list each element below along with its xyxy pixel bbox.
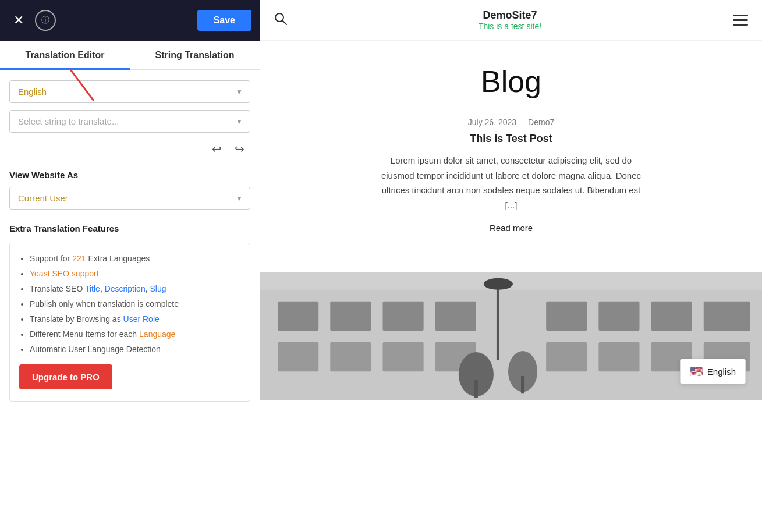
post-author: Demo7 xyxy=(528,118,554,127)
left-panel: ✕ ⓘ Save Translation Editor String Trans… xyxy=(0,0,260,532)
feature-highlight: Slug xyxy=(150,284,166,293)
blog-title: Blog xyxy=(481,64,541,99)
top-bar: ✕ ⓘ Save xyxy=(0,0,260,41)
svg-rect-5 xyxy=(278,302,318,331)
feature-text: Translate by Browsing as xyxy=(30,314,123,324)
svg-point-22 xyxy=(484,278,513,290)
svg-rect-14 xyxy=(330,342,371,371)
post-title: This is Test Post xyxy=(470,133,552,145)
view-as-dropdown-value: Current User xyxy=(18,193,68,203)
svg-rect-6 xyxy=(330,302,371,331)
svg-rect-7 xyxy=(382,302,423,331)
view-as-dropdown[interactable]: Current User ▼ xyxy=(9,187,250,210)
svg-rect-8 xyxy=(435,302,476,331)
svg-rect-24 xyxy=(474,380,478,398)
upgrade-button[interactable]: Upgrade to PRO xyxy=(19,364,112,389)
feature-highlight: User Role xyxy=(123,314,160,324)
site-title-wrap: DemoSite7 This is a test site! xyxy=(296,9,724,31)
svg-rect-26 xyxy=(521,376,524,393)
tab-translation-editor[interactable]: Translation Editor xyxy=(0,41,130,69)
svg-line-2 xyxy=(283,20,287,24)
site-subtitle: This is a test site! xyxy=(296,22,724,31)
string-select-dropdown[interactable]: Select string to translate... ▼ xyxy=(9,110,250,133)
svg-rect-11 xyxy=(651,302,692,331)
svg-rect-17 xyxy=(546,342,587,371)
language-badge-label: English xyxy=(707,367,736,377)
string-dropdown-arrow-icon: ▼ xyxy=(236,118,243,126)
right-panel: DemoSite7 This is a test site! Blog July… xyxy=(260,0,762,532)
svg-rect-21 xyxy=(497,284,499,360)
language-dropdown-arrow-icon: ▼ xyxy=(236,88,243,96)
feature-list: Support for 221 Extra Languages Yoast SE… xyxy=(19,254,240,354)
list-item: Translate by Browsing as User Role xyxy=(30,314,240,324)
panel-body: English ▼ Select string to translate... … xyxy=(0,70,260,532)
tab-string-translation[interactable]: String Translation xyxy=(130,41,260,69)
feature-highlight: 221 xyxy=(72,254,86,263)
language-dropdown[interactable]: English ▼ xyxy=(9,80,250,103)
building-image: 🇺🇸 English xyxy=(260,272,762,400)
feature-text: Translate SEO xyxy=(30,284,85,293)
svg-rect-9 xyxy=(546,302,587,331)
list-item: Publish only when translation is complet… xyxy=(30,299,240,308)
string-dropdown-placeholder: Select string to translate... xyxy=(18,116,119,126)
extra-features-label: Extra Translation Features xyxy=(9,224,250,233)
flag-icon: 🇺🇸 xyxy=(690,365,703,378)
undo-redo-bar: ↩ ↪ xyxy=(9,140,250,158)
blog-content: Blog July 26, 2023 Demo7 This is Test Po… xyxy=(260,41,762,272)
feature-highlight: Description xyxy=(105,284,146,293)
site-name: DemoSite7 xyxy=(296,9,724,22)
site-header: DemoSite7 This is a test site! xyxy=(260,0,762,41)
feature-highlight: Yoast SEO support xyxy=(30,269,99,278)
svg-rect-13 xyxy=(278,342,318,371)
hamburger-icon[interactable] xyxy=(733,15,748,26)
list-item: Translate SEO Title, Description, Slug xyxy=(30,284,240,293)
view-as-dropdown-arrow-icon: ▼ xyxy=(236,194,243,203)
feature-text: Support for xyxy=(30,254,72,263)
tabs: Translation Editor String Translation xyxy=(0,41,260,70)
save-button[interactable]: Save xyxy=(197,10,251,31)
undo-button[interactable]: ↩ xyxy=(208,140,225,158)
feature-text: Automatic User Language Detection xyxy=(30,345,161,354)
list-item: Different Menu Items for each Language xyxy=(30,329,240,339)
post-date: July 26, 2023 xyxy=(468,118,516,127)
search-icon[interactable] xyxy=(274,12,287,29)
feature-text: Publish only when translation is complet… xyxy=(30,299,179,308)
read-more-link[interactable]: Read more xyxy=(490,223,533,233)
list-item: Automatic User Language Detection xyxy=(30,345,240,354)
svg-rect-12 xyxy=(704,302,750,331)
feature-text: , xyxy=(100,284,105,293)
feature-text: Extra Languages xyxy=(86,254,150,263)
info-button[interactable]: ⓘ xyxy=(35,10,56,31)
feature-text: Different Menu Items for each xyxy=(30,329,139,339)
close-button[interactable]: ✕ xyxy=(8,10,29,31)
post-excerpt: Lorem ipsum dolor sit amet, consectetur … xyxy=(377,153,646,212)
svg-rect-10 xyxy=(598,302,639,331)
svg-rect-15 xyxy=(382,342,423,371)
language-badge[interactable]: 🇺🇸 English xyxy=(680,359,746,384)
list-item: Support for 221 Extra Languages xyxy=(30,254,240,263)
post-meta: July 26, 2023 Demo7 xyxy=(468,118,554,127)
list-item: Yoast SEO support xyxy=(30,269,240,278)
svg-rect-18 xyxy=(598,342,639,371)
redo-button[interactable]: ↪ xyxy=(231,140,248,158)
extra-features-box: Support for 221 Extra Languages Yoast SE… xyxy=(9,243,250,402)
language-dropdown-value: English xyxy=(18,87,47,97)
view-website-as-label: View Website As xyxy=(9,170,250,180)
feature-highlight: Title xyxy=(85,284,100,293)
feature-highlight: Language xyxy=(139,329,175,339)
